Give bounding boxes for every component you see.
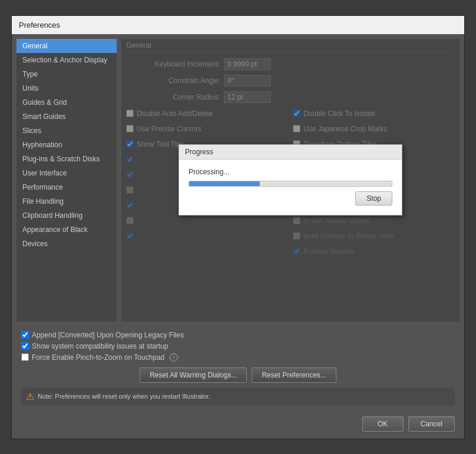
reset-warnings-button[interactable]: Reset All Warning Dialogs...: [140, 367, 247, 383]
sidebar-item-appearance-black[interactable]: Appearance of Black: [16, 223, 117, 237]
reset-row: Reset All Warning Dialogs... Reset Prefe…: [21, 367, 455, 383]
show-compatibility-label: Show system compatibility issues at star…: [32, 342, 168, 350]
force-pinch-zoom-row: Force Enable Pinch-to-Zoom on Touchpad i: [21, 353, 455, 362]
sidebar-item-hyphenation[interactable]: Hyphenation: [16, 138, 117, 152]
sidebar-item-clipboard[interactable]: Clipboard Handling: [16, 208, 117, 223]
append-converted-checkbox[interactable]: [21, 331, 29, 339]
reset-preferences-button[interactable]: Reset Preferences...: [252, 367, 336, 383]
progress-body: Processing... Stop: [179, 160, 402, 215]
sidebar-item-type[interactable]: Type: [16, 67, 117, 81]
preferences-dialog: Preferences General Selection & Anchor D…: [11, 15, 465, 439]
force-pinch-zoom-checkbox[interactable]: [21, 353, 29, 361]
stop-button[interactable]: Stop: [355, 191, 392, 206]
cancel-button[interactable]: Cancel: [408, 416, 455, 432]
sidebar-item-user-interface[interactable]: User Interface: [16, 166, 117, 180]
sidebar-item-selection-anchor[interactable]: Selection & Anchor Display: [16, 53, 117, 67]
show-compatibility-row: Show system compatibility issues at star…: [21, 342, 455, 350]
progress-stop-row: Stop: [189, 191, 392, 206]
sidebar-item-guides-grid[interactable]: Guides & Grid: [16, 95, 117, 110]
append-converted-label: Append [Converted] Upon Opening Legacy F…: [32, 331, 184, 339]
info-icon: i: [170, 353, 178, 362]
main-content: General Keyboard Increment: Constrain An…: [121, 39, 460, 322]
sidebar: General Selection & Anchor Display Type …: [16, 39, 117, 322]
append-converted-row: Append [Converted] Upon Opening Legacy F…: [21, 331, 455, 339]
dialog-body: General Selection & Anchor Display Type …: [12, 34, 464, 326]
progress-bar-track: [189, 181, 392, 187]
sidebar-item-performance[interactable]: Performance: [16, 180, 117, 194]
warning-text: Note: Preferences will reset only when y…: [38, 393, 210, 400]
sidebar-item-units[interactable]: Units: [16, 81, 117, 95]
sidebar-item-slices[interactable]: Slices: [16, 124, 117, 138]
sidebar-item-plugins[interactable]: Plug-ins & Scratch Disks: [16, 152, 117, 166]
sidebar-item-devices[interactable]: Devices: [16, 237, 117, 251]
dialog-footer: OK Cancel: [12, 410, 464, 439]
sidebar-item-general[interactable]: General: [16, 39, 117, 53]
show-compatibility-checkbox[interactable]: [21, 342, 29, 350]
sidebar-item-file-handling[interactable]: File Handling: [16, 194, 117, 208]
bottom-area: Append [Converted] Upon Opening Legacy F…: [12, 326, 464, 410]
progress-bar-fill: [189, 181, 260, 186]
force-pinch-zoom-label: Force Enable Pinch-to-Zoom on Touchpad: [32, 353, 164, 362]
progress-overlay: Progress Processing... Stop: [121, 39, 460, 322]
progress-title: Progress: [179, 145, 402, 160]
progress-box: Progress Processing... Stop: [178, 144, 402, 216]
ok-button[interactable]: OK: [362, 416, 404, 432]
dialog-title: Preferences: [19, 21, 60, 29]
warning-row: ⚠ Note: Preferences will reset only when…: [21, 387, 455, 406]
progress-processing-text: Processing...: [189, 168, 392, 176]
warning-icon: ⚠: [26, 391, 34, 402]
dialog-title-bar: Preferences: [12, 16, 464, 34]
sidebar-item-smart-guides[interactable]: Smart Guides: [16, 110, 117, 124]
